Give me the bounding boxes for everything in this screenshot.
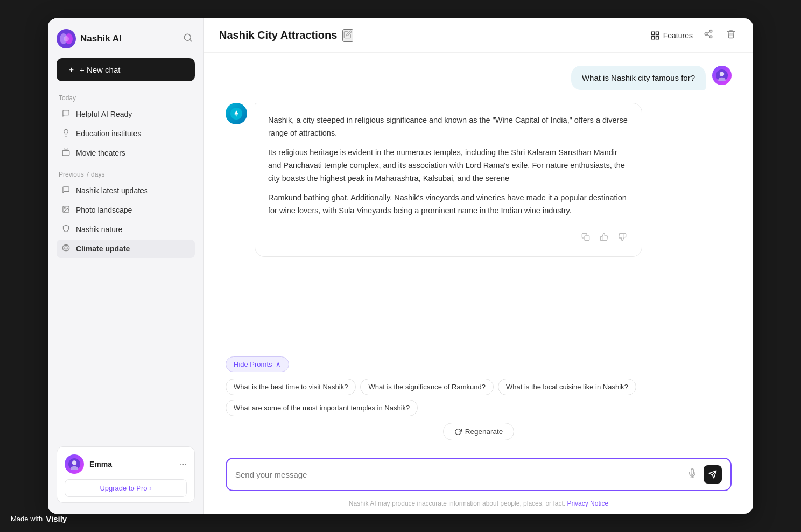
delete-button[interactable] [724,27,738,44]
hide-prompts-label: Hide Promts [234,360,272,368]
svg-point-26 [720,72,725,76]
user-message: What is Nashik city famous for? [226,66,732,90]
sidebar-item-education-label: Education institutes [76,129,141,138]
sidebar-item-nashik-updates[interactable]: Nashik latest updates [57,181,195,200]
sidebar-item-photo-label: Photo landscape [76,206,132,214]
ai-message-text: Nashik, a city steeped in religious sign… [268,114,629,217]
user-name: Emma [89,460,174,468]
header-actions: Features [650,27,738,44]
input-area [204,458,753,500]
prompt-chip-2[interactable]: What is the significance of Ramkund? [360,379,494,395]
send-button[interactable] [704,465,722,484]
svg-rect-19 [656,36,658,39]
sidebar-item-nashik-nature[interactable]: Nashik nature [57,220,195,239]
svg-rect-16 [651,32,654,34]
sidebar-item-education[interactable]: Education institutes [57,124,195,143]
prompt-chip-4[interactable]: What are some of the most important temp… [226,400,418,416]
user-avatar-small [712,66,732,85]
sidebar-item-helpful-ai-label: Helpful AI Ready [76,110,132,118]
chat-icon-2 [62,186,72,195]
globe-icon [62,244,72,254]
svg-rect-18 [651,36,654,39]
edit-title-button[interactable] [342,29,353,42]
svg-line-24 [707,32,709,33]
sidebar-footer: Emma ··· Upgrade to Pro › [57,446,195,503]
made-with-footer: Made with Visily [11,514,67,523]
features-label: Features [663,31,693,40]
sidebar-item-photo[interactable]: Photo landscape [57,201,195,219]
chat-title: Nashik City Attractions [219,29,337,41]
chat-title-area: Nashik City Attractions [219,29,353,42]
app-logo-icon [57,29,76,48]
upgrade-button[interactable]: Upgrade to Pro › [65,479,187,497]
sidebar-item-nature-label: Nashik nature [76,225,122,234]
lightbulb-icon [62,129,72,138]
ai-para-3: Ramkund bathing ghat. Additionally, Nash… [268,192,629,218]
sidebar-item-climate-label: Climate update [76,244,130,253]
user-row: Emma ··· [65,454,187,474]
sidebar-item-helpful-ai[interactable]: Helpful AI Ready [57,105,195,123]
prompt-chips-container: What is the best time to visit Nashik? W… [226,379,732,416]
ai-para-1: Nashik, a city steeped in religious sign… [268,114,629,140]
thumbs-down-button[interactable] [616,230,629,246]
message-actions [268,225,629,246]
sidebar-item-climate[interactable]: Climate update [57,240,195,258]
hide-prompts-button[interactable]: Hide Promts ∧ [226,356,289,372]
chat-icon [62,109,72,119]
chat-header: Nashik City Attractions Features [204,18,753,53]
ai-avatar [226,103,247,124]
svg-point-14 [72,460,77,465]
svg-line-23 [707,34,709,36]
user-menu-button[interactable]: ··· [180,459,187,469]
logo-area: Nashik AI [57,29,122,48]
user-card: Emma ··· Upgrade to Pro › [57,446,195,503]
sidebar-item-nashik-updates-label: Nashik latest updates [76,186,148,195]
sidebar-item-movie-label: Movie theaters [76,149,125,157]
thumbs-up-button[interactable] [598,230,610,246]
prompt-chip-1[interactable]: What is the best time to visit Nashik? [226,379,356,395]
upgrade-label: Upgrade to Pro › [100,484,151,492]
ai-message-bubble: Nashik, a city steeped in religious sign… [255,103,642,257]
ai-para-2: Its religious heritage is evident in the… [268,146,629,185]
prompt-chip-3[interactable]: What is the local cuisine like in Nashik… [498,379,636,395]
movie-icon [62,148,72,158]
previous-label: Previous 7 days [57,171,195,178]
search-button[interactable] [181,31,195,47]
prompts-section: Hide Promts ∧ What is the best time to v… [204,356,753,458]
disclaimer-text: Nashik AI may produce inaccurate informa… [349,500,565,507]
share-button[interactable] [701,27,715,44]
svg-rect-8 [62,150,69,155]
main-content: Nashik City Attractions Features [204,18,753,514]
sidebar: Nashik AI ＋ + New chat Today Helpful AI … [48,18,204,514]
regenerate-button[interactable]: Regenarate [443,423,515,440]
sidebar-item-movie[interactable]: Movie theaters [57,144,195,162]
visily-brand: Visily [46,514,67,523]
sidebar-header: Nashik AI [57,29,195,48]
shield-icon [62,225,72,234]
microphone-button[interactable] [686,467,698,482]
svg-rect-17 [656,32,658,34]
disclaimer: Nashik AI may produce inaccurate informa… [204,500,753,514]
user-message-text: What is Nashik city famous for? [582,73,695,82]
copy-button[interactable] [579,230,592,246]
image-icon [62,205,72,215]
made-with-text: Made with [11,515,43,523]
svg-point-10 [64,207,65,208]
regenerate-label: Regenarate [465,428,503,436]
svg-line-5 [189,39,191,41]
svg-rect-31 [585,236,589,241]
user-avatar [65,454,84,474]
new-chat-button[interactable]: ＋ + New chat [57,58,195,81]
user-message-bubble: What is Nashik city famous for? [571,66,706,90]
new-chat-label: + New chat [80,65,120,74]
privacy-link[interactable]: Privacy Notice [567,500,608,507]
features-button[interactable]: Features [650,31,693,40]
input-box [226,458,732,491]
chat-messages: What is Nashik city famous for? [204,53,753,356]
app-name: Nashik AI [80,33,122,44]
ai-message: Nashik, a city steeped in religious sign… [226,103,732,257]
chevron-up-icon: ∧ [276,360,281,368]
svg-point-3 [64,36,69,41]
today-label: Today [57,94,195,102]
chat-input[interactable] [235,470,681,479]
